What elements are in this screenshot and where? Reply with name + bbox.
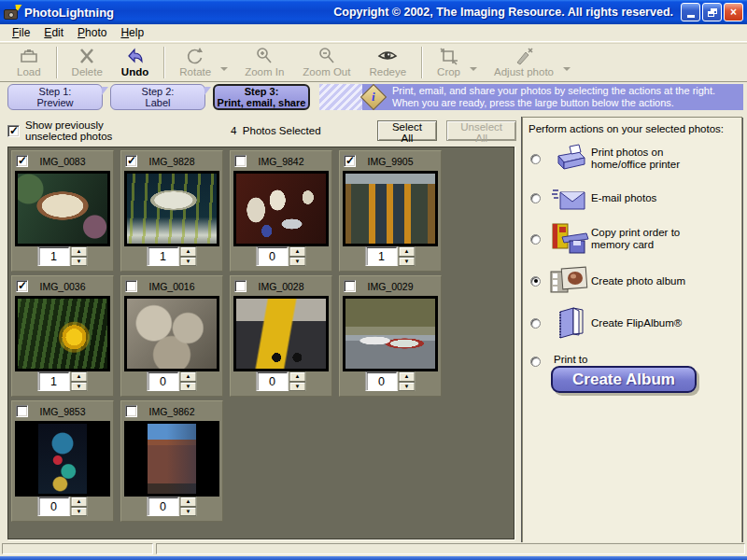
spin-down-icon[interactable]: ▼ <box>289 257 306 267</box>
option-copy-print-order[interactable]: Copy print order to memory card <box>527 217 738 261</box>
crop-dropdown-icon[interactable] <box>470 67 477 71</box>
step-navigation: Step 1:Preview Step 2:Label Step 3:Print… <box>0 83 747 111</box>
photos-selected-count: 4 Photos Selected <box>231 125 321 136</box>
spin-up-icon[interactable]: ▲ <box>180 371 197 382</box>
quantity-value[interactable]: 0 <box>148 497 179 516</box>
zoom-in-button[interactable]: Zoom In <box>235 44 293 81</box>
spin-up-icon[interactable]: ▲ <box>289 371 306 382</box>
photo-name: IMG_0083 <box>12 156 113 167</box>
rotate-dropdown-icon[interactable] <box>220 67 228 71</box>
adjust-photo-button[interactable]: Adjust photo <box>485 44 563 81</box>
photo-thumbnail[interactable] <box>233 296 329 371</box>
adjust-photo-dropdown-icon[interactable] <box>563 67 571 71</box>
load-button[interactable]: Load <box>7 44 50 81</box>
rotate-button[interactable]: Rotate <box>170 44 220 81</box>
spin-down-icon[interactable]: ▼ <box>180 382 197 392</box>
spin-down-icon[interactable]: ▼ <box>399 382 416 392</box>
quantity-value[interactable]: 1 <box>38 246 70 266</box>
tab-step2-label[interactable]: Step 2:Label <box>110 84 205 110</box>
option-create-flipalbum[interactable]: Create FlipAlbum® <box>527 301 738 345</box>
spin-up-icon[interactable]: ▲ <box>71 246 88 257</box>
close-button[interactable]: × <box>724 3 743 21</box>
adjust-photo-icon <box>514 47 534 65</box>
photo-name: IMG_9853 <box>12 406 113 417</box>
spin-down-icon[interactable]: ▼ <box>71 257 88 267</box>
close-icon: × <box>730 6 737 19</box>
quantity-stepper: 0 ▲▼ <box>148 371 197 391</box>
menu-bar: File Edit Photo Help <box>0 24 747 42</box>
redeye-icon <box>377 47 398 65</box>
quantity-value[interactable]: 0 <box>257 246 289 266</box>
redeye-button[interactable]: Redeye <box>359 44 416 81</box>
option-print-photos[interactable]: Print photos on home/office printer <box>527 138 738 179</box>
undo-button[interactable]: Undo <box>112 44 158 81</box>
menu-photo[interactable]: Photo <box>71 25 114 41</box>
delete-button[interactable]: Delete <box>63 44 112 81</box>
quantity-value[interactable]: 1 <box>148 246 179 266</box>
flipalbum-radio[interactable] <box>530 318 541 329</box>
option-label: Copy print order to memory card <box>591 227 680 251</box>
spin-up-icon[interactable]: ▲ <box>399 371 416 382</box>
spin-up-icon[interactable]: ▲ <box>71 497 88 507</box>
memory-card-radio[interactable] <box>530 234 541 245</box>
spin-up-icon[interactable]: ▲ <box>180 246 197 257</box>
minimize-icon <box>687 15 695 18</box>
photo-thumbnail[interactable] <box>124 296 219 371</box>
spin-up-icon[interactable]: ▲ <box>399 246 416 257</box>
photo-thumbnail[interactable] <box>15 171 110 246</box>
photo-thumbnail[interactable] <box>233 171 329 246</box>
photo-thumbnail[interactable] <box>15 421 110 497</box>
toolbar-separator <box>163 47 164 78</box>
quantity-stepper: 0 ▲▼ <box>257 246 306 266</box>
show-unselected-checkbox[interactable] <box>7 125 20 137</box>
quantity-value[interactable]: 0 <box>257 371 289 391</box>
photo-cell-img-9862: IMG_9862 0 ▲▼ <box>120 400 223 522</box>
spin-up-icon[interactable]: ▲ <box>180 497 197 507</box>
printer-icon <box>548 142 591 175</box>
menu-file[interactable]: File <box>6 25 37 41</box>
create-album-button[interactable]: Create Album <box>551 366 697 393</box>
quantity-value[interactable]: 0 <box>38 497 70 516</box>
option-email-photos[interactable]: E-mail photos <box>527 179 738 217</box>
menu-help[interactable]: Help <box>114 25 151 41</box>
tab-step1-preview[interactable]: Step 1:Preview <box>7 84 103 110</box>
email-photos-radio[interactable] <box>530 193 541 203</box>
photo-thumbnail[interactable] <box>343 296 438 371</box>
photo-name: IMG_0028 <box>231 281 331 292</box>
print-photos-radio[interactable] <box>530 154 541 164</box>
photo-thumbnail[interactable] <box>124 421 219 497</box>
photo-name: IMG_9828 <box>121 156 222 167</box>
tab-step3-print-email-share[interactable]: Step 3:Print, email, share <box>213 84 310 110</box>
status-bar <box>0 542 747 556</box>
photo-thumbnail[interactable] <box>124 171 219 246</box>
minimize-button[interactable] <box>681 3 700 21</box>
zoom-out-button[interactable]: Zoom Out <box>293 44 359 81</box>
spin-down-icon[interactable]: ▼ <box>180 507 197 517</box>
photo-thumbnail[interactable] <box>15 296 110 371</box>
quantity-value[interactable]: 1 <box>38 371 70 391</box>
zoom-out-icon <box>317 47 337 65</box>
spin-down-icon[interactable]: ▼ <box>399 257 416 267</box>
select-all-button[interactable]: Select All <box>377 120 438 141</box>
spin-up-icon[interactable]: ▲ <box>71 371 88 382</box>
spin-down-icon[interactable]: ▼ <box>180 257 197 267</box>
spin-down-icon[interactable]: ▼ <box>289 382 306 392</box>
option-create-photo-album[interactable]: Create photo album <box>527 261 738 301</box>
spin-down-icon[interactable]: ▼ <box>71 382 88 392</box>
window-bottom-border <box>0 556 747 560</box>
spin-down-icon[interactable]: ▼ <box>71 507 88 517</box>
restore-button[interactable] <box>702 3 722 21</box>
quantity-value[interactable]: 0 <box>148 371 179 391</box>
photo-album-radio[interactable] <box>530 276 541 287</box>
unselect-all-button[interactable]: Unselect All <box>446 120 516 141</box>
title-bar: PhotoLightning Copyright © 2002, The Ima… <box>0 0 747 24</box>
photo-thumbnail[interactable] <box>343 171 438 246</box>
menu-edit[interactable]: Edit <box>37 25 71 41</box>
quantity-value[interactable]: 0 <box>366 371 398 391</box>
shutterfly-radio[interactable] <box>530 357 541 367</box>
photo-cell-img-0029: IMG_0029 0 ▲▼ <box>339 275 442 397</box>
quantity-value[interactable]: 1 <box>366 246 398 266</box>
spin-up-icon[interactable]: ▲ <box>289 246 306 257</box>
photo-cell-img-0016: IMG_0016 0 ▲▼ <box>120 275 223 397</box>
crop-button[interactable]: Crop <box>428 44 470 81</box>
